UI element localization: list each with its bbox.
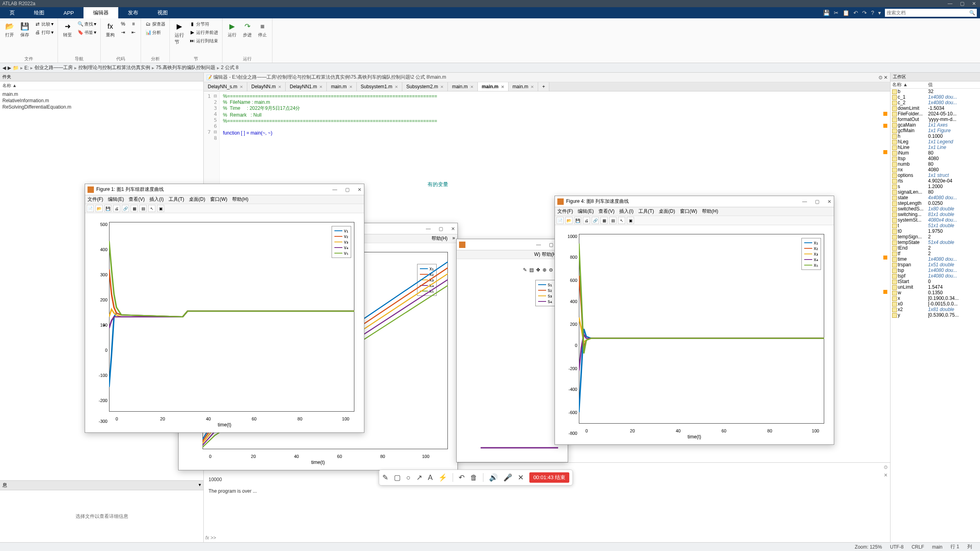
code-marker-icon[interactable] <box>883 290 887 294</box>
menu-item[interactable]: 查看(V) <box>598 208 614 215</box>
ws-var-row[interactable]: h0.1000 <box>891 133 980 139</box>
code-fmt2[interactable]: ⇥ <box>119 28 127 36</box>
ws-var-row[interactable]: x21x81 double <box>891 307 980 312</box>
maximize-icon[interactable]: ▢ <box>815 199 819 204</box>
code-marker-icon[interactable] <box>883 256 887 260</box>
cmd-prompt[interactable]: fx >> <box>205 535 216 541</box>
ws-var-row[interactable]: b32 <box>891 89 980 94</box>
recording-toolbar[interactable]: ✎ ▢ ○ ↗ A ⚡ ↶ 🗑 🔊 🎤 ✕ 00:01:43 结束 <box>379 470 573 486</box>
back-icon[interactable]: ◀ <box>2 65 6 71</box>
run-section-button[interactable]: ▶运行节 <box>173 20 186 47</box>
crumb-drive[interactable]: E: <box>24 65 29 71</box>
ws-var-row[interactable]: x[0.1900,0.34... <box>891 295 980 301</box>
pan-icon[interactable]: ✥ <box>536 267 540 273</box>
ws-var-row[interactable]: hLeg1x1 Legend <box>891 139 980 145</box>
zoomin-icon[interactable]: ⊕ <box>543 267 547 273</box>
find-button[interactable]: 🔍查找▾ <box>76 20 97 28</box>
ws-header-row[interactable]: 名称 ▲ 值 <box>891 81 980 89</box>
crumb-1[interactable]: 创业之路——工房 <box>34 64 73 71</box>
link-icon[interactable]: 🔗 <box>122 205 129 212</box>
menu-item[interactable]: 插入(I) <box>149 196 163 203</box>
menu-item[interactable]: 帮助(H) <box>702 208 718 215</box>
code-marker-icon[interactable] <box>883 112 887 116</box>
close-icon[interactable]: ✕ <box>451 226 455 232</box>
menu-item[interactable]: 插入(I) <box>619 208 633 215</box>
tab-publish[interactable]: 发布 <box>118 7 148 18</box>
menu-item[interactable]: 文件(F) <box>557 208 573 215</box>
new-icon[interactable]: 📄 <box>87 205 94 212</box>
section-break-button[interactable]: ▮分节符 <box>188 20 219 28</box>
ws-var-row[interactable]: tEnd2 <box>891 245 980 251</box>
file-item[interactable]: RelativeInformation.m <box>2 97 201 104</box>
print-icon[interactable]: 🖨 <box>583 217 590 224</box>
figure-window-1[interactable]: Figure 1: 图1 列车组群速度曲线 — ▢ ✕ 文件(F)编辑(E)查看… <box>85 184 364 433</box>
compare-button[interactable]: ⇄比较▾ <box>34 20 54 28</box>
print-icon[interactable]: 🖨 <box>113 205 120 212</box>
ws-var-row[interactable]: numb80 <box>891 161 980 167</box>
rect-icon[interactable]: ▢ <box>394 473 401 482</box>
menu-item[interactable]: 桌面(D) <box>189 196 205 203</box>
ws-var-row[interactable]: Itsp4080 <box>891 156 980 161</box>
inspect-icon[interactable]: ▣ <box>157 205 164 212</box>
cmd-close-icon[interactable]: ✕ <box>884 472 888 478</box>
grid2-icon[interactable]: ▤ <box>139 205 147 212</box>
editor-tab-active[interactable]: main.m✕ <box>478 82 509 91</box>
ws-var-row[interactable]: c_11x4080 dou... <box>891 94 980 100</box>
pointer-icon[interactable]: ↖ <box>618 217 625 224</box>
crumb-3[interactable]: 75.高铁列车的编队控制问题 <box>156 64 215 71</box>
editor-tab[interactable]: main.m✕ <box>327 82 356 91</box>
tab-view[interactable]: 视图 <box>148 7 177 18</box>
minimize-icon[interactable]: — <box>802 199 807 204</box>
maximize-icon[interactable]: ▢ <box>345 187 350 192</box>
menu-item[interactable]: 工具(T) <box>638 208 654 215</box>
ws-var-row[interactable]: signalLen...80 <box>891 189 980 195</box>
close-icon[interactable]: ✕ <box>968 1 980 6</box>
ws-var-row[interactable]: tspf1x4080 dou... <box>891 273 980 279</box>
new-icon[interactable]: 📄 <box>557 217 564 224</box>
menu-item[interactable]: 文件(F) <box>87 196 103 203</box>
ws-var-row[interactable]: FileFolder...2024-05-10... <box>891 111 980 117</box>
ws-var-row[interactable]: iNum80 <box>891 150 980 156</box>
ws-var-row[interactable]: y[0.5390,0.75... <box>891 312 980 318</box>
undo-icon[interactable]: ↶ <box>853 10 858 16</box>
code-fmt3[interactable]: ≡ <box>129 20 137 28</box>
editor-tab[interactable]: Subsystem2.m✕ <box>402 82 448 91</box>
ws-var-row[interactable]: trspan1x51 double <box>891 262 980 268</box>
code-marker-icon[interactable] <box>883 150 887 154</box>
ws-var-row[interactable]: options1x1 struct <box>891 172 980 178</box>
plot-area[interactable]: 500 400 300 200 100 0 -100 -200 -300 ▸ 0… <box>90 218 359 428</box>
doc-search[interactable]: 🔍 <box>885 9 977 17</box>
pencil-icon[interactable]: ✎ <box>382 473 388 482</box>
analyze-button[interactable]: 📊分析 <box>144 28 166 36</box>
goto-button[interactable]: ➜转至 <box>61 20 74 40</box>
tab-editor[interactable]: 编辑器 <box>83 7 118 18</box>
maximize-icon[interactable]: ▢ <box>956 1 968 6</box>
ws-var-row[interactable]: formatOut'yyyy-mm-d... <box>891 117 980 122</box>
recording-timer[interactable]: 00:01:43 结束 <box>529 472 569 483</box>
ws-var-row[interactable]: systemSt...4080x4 dou... <box>891 217 980 223</box>
ws-var-row[interactable]: c_21x4080 dou... <box>891 100 980 105</box>
workspace-table[interactable]: 名称 ▲ 值 b32c_11x4080 dou...c_21x4080 dou.… <box>891 81 980 542</box>
step-button[interactable]: ↷步进 <box>241 20 254 40</box>
crumb-2[interactable]: 控制理论与控制工程算法仿真实例 <box>78 64 150 71</box>
editor-close-icon[interactable]: ⊙ ✕ <box>879 75 888 80</box>
refactor-button[interactable]: fx重构 <box>104 20 117 40</box>
ws-var-row[interactable]: tStart0 <box>891 279 980 284</box>
inspect-icon[interactable]: ▣ <box>627 217 634 224</box>
ws-var-row[interactable]: downLimit-1.5034 <box>891 105 980 111</box>
menu-item[interactable]: 查看(V) <box>129 196 145 203</box>
grid-icon[interactable]: ▦ <box>131 205 138 212</box>
status-zoom[interactable]: Zoom: 125% <box>855 544 882 550</box>
help-icon[interactable]: ? <box>871 10 874 16</box>
ws-var-row[interactable]: rts4.9020e-04 <box>891 178 980 184</box>
figure-titlebar[interactable]: Figure 1: 图1 列车组群速度曲线 — ▢ ✕ <box>85 184 364 195</box>
ws-var-row[interactable]: tf2 <box>891 251 980 256</box>
layout-icon[interactable]: ▾ <box>878 10 881 16</box>
menu-item[interactable]: 帮助(H) <box>232 196 248 203</box>
mic-icon[interactable]: 🎤 <box>503 473 512 482</box>
cmd-dropdown-icon[interactable]: ⊙ <box>884 464 888 470</box>
arrow-icon[interactable]: ↗ <box>416 473 422 482</box>
figure-titlebar[interactable]: Figure 4: 图8 列车加速度曲线 — ▢ ✕ <box>555 196 834 207</box>
ws-var-row[interactable]: gcfMain1x1 Figure <box>891 128 980 133</box>
ws-var-row[interactable]: w0.1350 <box>891 290 980 295</box>
